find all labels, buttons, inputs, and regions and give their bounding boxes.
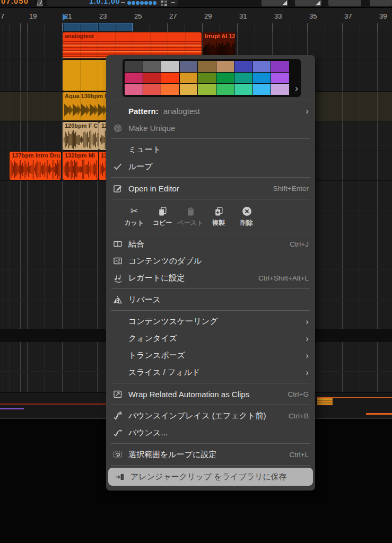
fingerprint-icon bbox=[112, 122, 128, 133]
grid-icon[interactable] bbox=[161, 1, 167, 6]
clip-irrupt[interactable]: Irrupt AI 12 bbox=[203, 32, 235, 58]
palette-swatch-r1-c5[interactable] bbox=[198, 61, 216, 72]
beat-dot-icon bbox=[140, 1, 144, 5]
menu-item-bounce[interactable]: バウンス... bbox=[106, 424, 315, 441]
beat-dot-icon bbox=[149, 1, 152, 5]
song-position-display[interactable]: 1.0.1.00 bbox=[89, 0, 120, 5]
clip-132bpm[interactable]: 132bpm Mi bbox=[63, 152, 98, 180]
x2-icon: ×2 bbox=[112, 256, 128, 266]
palette-swatch-r1-c7[interactable] bbox=[234, 61, 252, 72]
palette-swatch-r2-c6[interactable] bbox=[216, 73, 234, 84]
toolbar-cut-button[interactable]: ✂カット bbox=[120, 205, 148, 227]
ruler-bar-label: 39 bbox=[379, 12, 387, 20]
divider bbox=[32, 0, 32, 7]
palette-swatch-r2-c3[interactable] bbox=[161, 73, 179, 84]
palette-swatch-r3-c1[interactable] bbox=[125, 84, 143, 95]
menu-item-content-scaling[interactable]: コンテンツスケーリング› bbox=[106, 313, 315, 330]
menu-item-open-in-editor[interactable]: Open in EditorShift+Enter bbox=[106, 180, 315, 197]
submenu-chevron-icon: › bbox=[306, 107, 309, 116]
loop-range-icon bbox=[112, 449, 128, 460]
palette-swatch-r2-c5[interactable] bbox=[198, 73, 216, 84]
menu-item-make-unique[interactable]: Make Unique bbox=[106, 119, 315, 136]
paste-icon bbox=[185, 205, 196, 217]
mini-clip-line[interactable] bbox=[0, 408, 24, 409]
palette-swatch-r2-c1[interactable] bbox=[125, 73, 143, 84]
clip-analogtest[interactable]: analogtest bbox=[63, 32, 202, 58]
menu-item-bounce-in-place[interactable]: バウンスインプレイス (エフェクト前)Ctrl+B bbox=[106, 407, 315, 424]
beat-dot-icon bbox=[132, 1, 135, 5]
menu-separator bbox=[111, 199, 310, 199]
palette-swatch-r1-c9[interactable] bbox=[271, 61, 289, 72]
clip-137bpm[interactable]: 137bpm Intro Dru bbox=[10, 152, 61, 180]
menu-item-label: Open in Editor bbox=[128, 184, 268, 193]
menu-item-join[interactable]: 結合Ctrl+J bbox=[106, 235, 315, 252]
menu-item-set-legato[interactable]: レガートに設定Ctrl+Shift+Alt+L bbox=[106, 269, 315, 286]
menu-separator bbox=[111, 310, 310, 311]
palette-swatch-r2-c7[interactable] bbox=[234, 73, 252, 84]
palette-swatch-r3-c2[interactable] bbox=[143, 84, 161, 95]
mini-clip-line[interactable] bbox=[366, 413, 392, 415]
palette-swatch-r1-c3[interactable] bbox=[161, 61, 179, 72]
palette-swatch-r1-c2[interactable] bbox=[143, 61, 161, 72]
toolbar-paste-button[interactable]: ペースト bbox=[177, 205, 204, 227]
beat-dot-icon bbox=[153, 1, 156, 5]
palette-swatch-r3-c3[interactable] bbox=[161, 84, 179, 95]
menu-item-reverse[interactable]: リバース bbox=[106, 291, 315, 308]
playhead-marker[interactable] bbox=[63, 14, 68, 21]
menu-separator bbox=[111, 288, 310, 289]
menu-item-save-to-library[interactable]: アレンジャークリップ をライブラリに保存 bbox=[108, 468, 313, 486]
beat-dot-icon bbox=[144, 1, 148, 5]
palette-swatch-r2-c8[interactable] bbox=[253, 73, 271, 84]
clip-120bpm-a[interactable]: 120bpm F C bbox=[63, 122, 99, 150]
menu-item-label: Wrap Related Automation as Clips bbox=[128, 390, 283, 399]
palette-more-chevron-icon[interactable]: › bbox=[295, 84, 298, 93]
metronome-icon[interactable] bbox=[36, 0, 43, 7]
palette-swatch-r3-c5[interactable] bbox=[198, 84, 216, 95]
menu-item-mute[interactable]: ミュート bbox=[106, 141, 315, 158]
palette-swatch-r3-c9[interactable] bbox=[271, 84, 289, 95]
copy-icon bbox=[157, 205, 168, 217]
toolbar-copy-button[interactable]: コピー bbox=[149, 205, 176, 227]
menu-item-slice-fold[interactable]: スライス / フォルド› bbox=[106, 364, 315, 381]
palette-swatch-r2-c4[interactable] bbox=[180, 73, 198, 84]
menu-item-wrap-automation[interactable]: Wrap Related Automation as ClipsCtrl+G bbox=[106, 386, 315, 402]
palette-grid bbox=[125, 61, 289, 95]
menu-item-transpose[interactable]: トランスポーズ› bbox=[106, 347, 315, 364]
palette-swatch-r3-c7[interactable] bbox=[234, 84, 252, 95]
menu-item-quantize[interactable]: クォンタイズ› bbox=[106, 330, 315, 347]
menu-item-pattern[interactable]: Pattern:analogtest› bbox=[106, 102, 315, 119]
clip-context-menu: › Pattern:analogtest›Make UniqueミュートループO… bbox=[106, 55, 315, 491]
mini-clip-line[interactable] bbox=[0, 404, 106, 405]
panel-button[interactable] bbox=[328, 0, 361, 6]
panel-button[interactable] bbox=[262, 0, 288, 6]
legato-icon bbox=[112, 273, 128, 283]
palette-swatch-r3-c6[interactable] bbox=[216, 84, 234, 95]
ruler-bar-label: 29 bbox=[204, 12, 212, 20]
menu-item-loop[interactable]: ループ bbox=[106, 158, 315, 175]
palette-swatch-r3-c8[interactable] bbox=[253, 84, 271, 95]
menu-item-shortcut: Ctrl+L bbox=[290, 451, 309, 459]
palette-swatch-r1-c6[interactable] bbox=[216, 61, 234, 72]
menu-item-loop-selection[interactable]: 選択範囲をループに設定Ctrl+L bbox=[106, 446, 315, 463]
edit-actions-toolbar: ✂カットコピーペースト複製削除 bbox=[106, 202, 315, 231]
palette-swatch-r2-c9[interactable] bbox=[271, 73, 289, 84]
palette-swatch-r2-c2[interactable] bbox=[143, 73, 161, 84]
toolbar-delete-button[interactable]: 削除 bbox=[233, 205, 260, 227]
panel-button[interactable] bbox=[295, 0, 321, 6]
palette-swatch-r1-c1[interactable] bbox=[125, 61, 143, 72]
timeline-ruler[interactable]: 71921232527293133353739 bbox=[0, 8, 392, 31]
menu-separator bbox=[111, 443, 310, 444]
loop-selection-range[interactable] bbox=[63, 23, 133, 31]
mini-striped-clip[interactable] bbox=[317, 398, 333, 405]
elapsed-time-display[interactable]: 07.050 bbox=[1, 0, 29, 5]
toolbar-duplicate-button[interactable]: 複製 bbox=[205, 205, 232, 227]
panel-button[interactable] bbox=[370, 0, 392, 6]
menu-item-double-content[interactable]: ×2コンテンツのダブル bbox=[106, 252, 315, 269]
menu-item-label: コンテンツのダブル bbox=[128, 256, 309, 266]
ruler-bar-label: 31 bbox=[239, 12, 247, 20]
palette-swatch-r1-c4[interactable] bbox=[180, 61, 198, 72]
palette-swatch-r3-c4[interactable] bbox=[180, 84, 198, 95]
clip-label: 120bpm F C bbox=[63, 122, 99, 129]
menu-item-label: クォンタイズ bbox=[128, 334, 300, 344]
palette-swatch-r1-c8[interactable] bbox=[253, 61, 271, 72]
